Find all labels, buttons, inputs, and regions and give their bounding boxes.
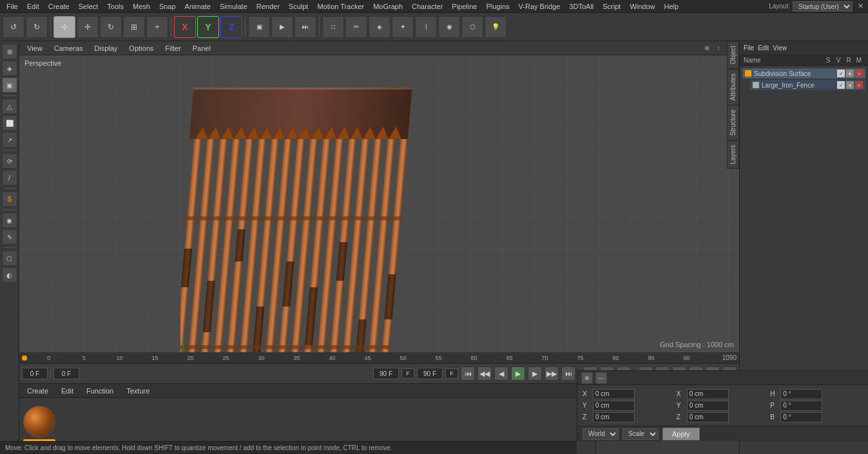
hex-button[interactable]: ⬡ xyxy=(461,16,483,38)
coord-x2-field[interactable]: 0 cm xyxy=(687,389,729,399)
sub-icon-2[interactable]: ● xyxy=(846,70,854,77)
coord-p-field[interactable]: 0 ° xyxy=(780,401,822,411)
material-swatch-mexico[interactable] xyxy=(23,406,55,438)
vp-menu-panel[interactable]: Panel xyxy=(189,43,215,53)
left-tool-10[interactable]: ✎ xyxy=(2,229,17,245)
select-tool-button[interactable]: ⊹ xyxy=(53,16,75,38)
scale-tool-button[interactable]: ⊞ xyxy=(123,16,145,38)
left-tool-9[interactable]: ◉ xyxy=(2,213,17,228)
obj-row-subdivision[interactable]: Subdivision Surface ✓ ● × xyxy=(742,68,865,79)
menu-file[interactable]: File xyxy=(3,1,22,12)
render-frame-button[interactable]: ⏭ xyxy=(294,16,316,38)
menu-sculpt[interactable]: Sculpt xyxy=(285,1,313,12)
render-region-button[interactable]: ▣ xyxy=(248,16,270,38)
frame-step-field[interactable]: 90 F xyxy=(417,368,443,379)
left-tool-1[interactable]: ⊞ xyxy=(2,44,17,59)
obj-header-view[interactable]: View xyxy=(773,44,787,52)
menu-character[interactable]: Character xyxy=(408,1,447,12)
play-back-button[interactable]: ◀◀ xyxy=(477,366,492,381)
menu-help[interactable]: Help xyxy=(661,1,683,12)
left-tool-8[interactable]: / xyxy=(2,170,17,185)
vp-menu-display[interactable]: Display xyxy=(90,43,121,53)
coord-h-field[interactable]: 0 ° xyxy=(780,389,822,399)
light-button[interactable]: 💡 xyxy=(485,16,506,38)
apply-button[interactable]: Apply xyxy=(662,428,700,440)
vp-icon-1[interactable]: ⊕ xyxy=(702,43,712,53)
goto-end-button[interactable]: ⏭ xyxy=(561,366,575,381)
left-tool-6[interactable]: ↗ xyxy=(2,132,17,147)
scale-mode-select[interactable]: Scale xyxy=(622,428,659,440)
vp-icon-2[interactable]: ↕ xyxy=(713,43,724,53)
left-tool-2[interactable]: ◈ xyxy=(2,61,17,76)
step-forward-button[interactable]: ▶ xyxy=(528,366,542,381)
left-tool-3[interactable]: ▣ xyxy=(2,77,17,93)
undo-button[interactable]: ↺ xyxy=(3,16,24,38)
fence-icon-2[interactable]: ● xyxy=(846,81,854,89)
axis-x-button[interactable]: X xyxy=(174,16,196,38)
obj-row-iron-fence[interactable]: Large_Iron_Fence ✓ ● × xyxy=(750,80,865,90)
frame-start-field[interactable]: 0 F xyxy=(53,368,79,379)
left-tool-5[interactable]: ⬜ xyxy=(2,115,17,131)
left-tool-s[interactable]: S xyxy=(2,191,17,207)
menu-simulate[interactable]: Simulate xyxy=(216,1,251,12)
play-forward-button[interactable]: ▶ xyxy=(511,366,525,381)
menu-create[interactable]: Create xyxy=(44,1,73,12)
menu-plugins[interactable]: Plugins xyxy=(482,1,513,12)
menu-tools[interactable]: Tools xyxy=(103,1,128,12)
goto-start-button[interactable]: ⏮ xyxy=(461,366,475,381)
coord-icon-2[interactable]: — xyxy=(595,372,607,384)
vp-menu-options[interactable]: Options xyxy=(125,43,157,53)
menu-3dtoall[interactable]: 3DToAll xyxy=(565,1,597,12)
vtab-structure[interactable]: Structure xyxy=(727,105,739,140)
fence-icon-3[interactable]: × xyxy=(855,81,863,89)
menu-pipeline[interactable]: Pipeline xyxy=(448,1,481,12)
step-back-button[interactable]: ◀ xyxy=(494,366,508,381)
menu-animate[interactable]: Animate xyxy=(181,1,215,12)
layout-close-icon[interactable]: ✕ xyxy=(855,1,865,12)
brush-button[interactable]: ⌇ xyxy=(415,16,437,38)
vp-menu-filter[interactable]: Filter xyxy=(161,43,184,53)
vtab-object[interactable]: Object xyxy=(727,41,739,69)
cube-object-button[interactable]: □ xyxy=(322,16,344,38)
menu-window[interactable]: Window xyxy=(626,1,659,12)
fence-icon-1[interactable]: ✓ xyxy=(837,81,845,89)
coord-y-field[interactable]: 0 cm xyxy=(593,401,635,411)
menu-edit[interactable]: Edit xyxy=(23,1,43,12)
layout-select[interactable]: Startup (User) xyxy=(793,1,853,12)
left-tool-7[interactable]: ⟳ xyxy=(2,153,17,169)
sub-icon-1[interactable]: ✓ xyxy=(837,70,845,77)
axis-z-button[interactable]: Z xyxy=(220,16,242,38)
render-view-button[interactable]: ▶ xyxy=(271,16,293,38)
menu-script[interactable]: Script xyxy=(599,1,624,12)
menu-select[interactable]: Select xyxy=(75,1,102,12)
coord-z-field[interactable]: 0 cm xyxy=(593,412,635,422)
coord-x-field[interactable]: 0 cm xyxy=(593,389,635,399)
mat-function[interactable]: Function xyxy=(82,386,117,396)
coord-y2-field[interactable]: 0 cm xyxy=(687,401,729,411)
menu-snap[interactable]: Snap xyxy=(155,1,180,12)
coord-icon-1[interactable]: ⊕ xyxy=(581,372,593,384)
circle-button[interactable]: ◉ xyxy=(438,16,460,38)
play-fast-forward-button[interactable]: ▶▶ xyxy=(545,366,559,381)
world-mode-select[interactable]: World xyxy=(583,428,619,440)
coord-b-field[interactable]: 0 ° xyxy=(780,412,822,422)
vtab-attributes[interactable]: Attributes xyxy=(727,69,739,105)
menu-render[interactable]: Render xyxy=(253,1,284,12)
add-object-button[interactable]: + xyxy=(146,16,168,38)
move-tool-button[interactable]: ✛ xyxy=(77,16,99,38)
rotate-tool-button[interactable]: ↻ xyxy=(100,16,122,38)
left-tool-12[interactable]: ◐ xyxy=(2,267,17,283)
star-button[interactable]: ✦ xyxy=(392,16,414,38)
vp-menu-cameras[interactable]: Cameras xyxy=(50,43,87,53)
left-tool-11[interactable]: ⬡ xyxy=(2,251,17,266)
vtab-layers[interactable]: Layers xyxy=(727,140,739,169)
obj-header-edit[interactable]: Edit xyxy=(758,44,769,52)
vp-menu-view[interactable]: View xyxy=(23,43,46,53)
viewport-3d[interactable]: Perspective Grid Spacing : 1000 cm xyxy=(19,55,739,352)
redo-button[interactable]: ↻ xyxy=(26,16,48,38)
frame-end-display[interactable]: 90 F xyxy=(373,368,399,379)
axis-y-button[interactable]: Y xyxy=(197,16,219,38)
menu-mograph[interactable]: MoGraph xyxy=(369,1,407,12)
menu-motion-tracker[interactable]: Motion Tracker xyxy=(313,1,368,12)
mat-texture[interactable]: Texture xyxy=(122,386,153,396)
